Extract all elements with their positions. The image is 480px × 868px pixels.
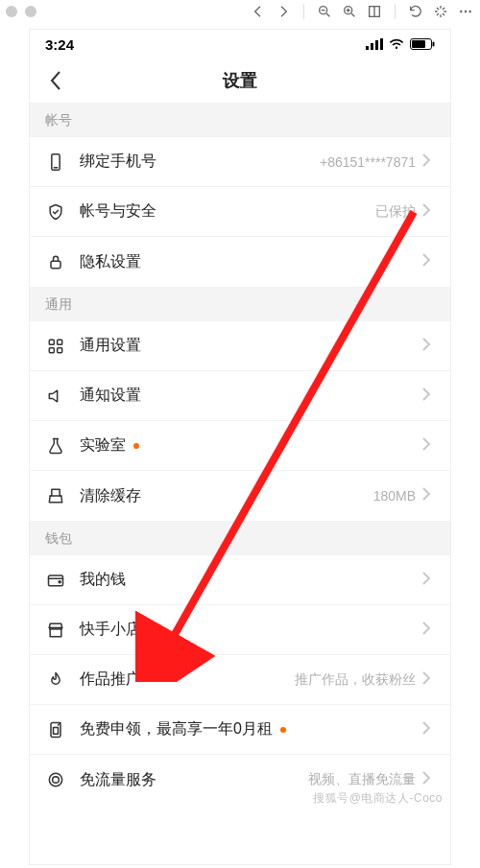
row-label: 免费申领，最高享一年0月租	[80, 719, 273, 739]
svg-rect-16	[58, 347, 62, 352]
row-label: 通用设置	[80, 336, 141, 356]
chevron-right-icon	[421, 252, 435, 271]
data-icon	[45, 769, 66, 790]
row-label: 帐号与安全	[80, 201, 156, 222]
more-icon[interactable]: ⋯	[457, 3, 474, 20]
chevron-right-icon	[421, 387, 435, 406]
settings-row[interactable]: 实验室	[30, 421, 450, 471]
svg-rect-5	[375, 40, 378, 50]
chevron-right-icon	[421, 337, 435, 356]
row-label: 快手小店	[80, 620, 141, 640]
signal-icon	[366, 38, 383, 50]
row-label: 实验室	[80, 435, 126, 456]
section-list: 通用设置通知设置实验室清除缓存180MB	[30, 321, 450, 521]
rotate-icon[interactable]	[407, 3, 424, 20]
settings-row[interactable]: 通知设置	[30, 371, 450, 421]
row-label: 免流量服务	[80, 770, 156, 790]
chevron-right-icon	[421, 571, 435, 590]
section-list: 绑定手机号+86151****7871帐号与安全已保护隐私设置	[30, 137, 450, 287]
phone-frame: 3:24 设置 帐号绑定手机号+86151****7871帐号与安全已保护隐私设…	[29, 29, 451, 865]
settings-list: 帐号绑定手机号+86151****7871帐号与安全已保护隐私设置通用通用设置通…	[30, 103, 450, 805]
grid-icon	[45, 336, 66, 357]
svg-point-18	[59, 580, 60, 582]
dot-badge	[133, 443, 139, 449]
row-label: 作品推广	[80, 669, 141, 690]
shield-icon	[45, 201, 66, 223]
zoom-in-icon[interactable]	[341, 3, 358, 20]
chevron-right-icon	[421, 152, 435, 172]
fit-width-icon[interactable]	[366, 3, 383, 20]
chevron-right-icon	[421, 202, 435, 222]
settings-row[interactable]: 作品推广推广作品，收获粉丝	[30, 655, 450, 705]
svg-rect-8	[412, 40, 425, 48]
settings-row[interactable]: 快手小店	[30, 605, 450, 655]
battery-icon	[410, 38, 435, 50]
svg-rect-14	[58, 340, 62, 344]
nav-bar: 设置	[30, 59, 450, 103]
svg-rect-13	[49, 340, 54, 344]
window-dot-2	[25, 6, 36, 17]
flask-icon	[45, 435, 66, 457]
section-list: 我的钱快手小店作品推广推广作品，收获粉丝免费申领，最高享一年0月租免流量服务视频…	[30, 555, 450, 805]
svg-rect-12	[51, 261, 60, 269]
status-time: 3:24	[45, 36, 74, 53]
lock-icon	[45, 251, 66, 272]
speaker-icon	[45, 386, 66, 407]
svg-rect-15	[49, 347, 54, 352]
svg-rect-6	[380, 38, 383, 50]
svg-rect-20	[54, 727, 59, 734]
window-dot-1	[6, 6, 17, 17]
status-indicators	[366, 38, 435, 50]
row-label: 绑定手机号	[80, 152, 156, 172]
chevron-right-icon	[421, 670, 435, 690]
row-value: 180MB	[373, 488, 416, 504]
chevron-right-icon	[421, 720, 435, 739]
chevron-right-icon	[421, 486, 435, 505]
settings-row[interactable]: 清除缓存180MB	[30, 471, 450, 521]
row-value: +86151****7871	[320, 154, 416, 170]
settings-row[interactable]: 隐私设置	[30, 237, 450, 287]
sim-icon	[45, 719, 66, 740]
phone-icon	[45, 152, 66, 173]
watermark: 搜狐号@电商达人-Coco	[313, 790, 443, 807]
svg-rect-4	[371, 43, 373, 50]
settings-row[interactable]: 绑定手机号+86151****7871	[30, 137, 450, 187]
row-label: 清除缓存	[80, 486, 141, 506]
settings-row[interactable]: 免费申领，最高享一年0月租	[30, 705, 450, 755]
wallet-icon	[45, 570, 66, 591]
settings-row[interactable]: 我的钱	[30, 555, 450, 605]
chevron-right-icon	[421, 770, 435, 789]
row-label: 我的钱	[80, 570, 126, 590]
svg-rect-3	[366, 46, 369, 50]
section-header: 通用	[30, 287, 450, 321]
zoom-out-icon[interactable]	[316, 3, 333, 20]
wifi-icon	[389, 38, 404, 50]
section-header: 帐号	[30, 103, 450, 137]
settings-row[interactable]: 通用设置	[30, 321, 450, 371]
row-label: 通知设置	[80, 386, 141, 406]
row-value: 推广作品，收获粉丝	[295, 671, 416, 689]
flame-icon	[45, 669, 66, 691]
nav-forward-icon[interactable]	[275, 3, 292, 20]
nav-back-icon[interactable]	[250, 3, 267, 20]
row-value: 已保护	[375, 203, 416, 221]
shop-icon	[45, 620, 66, 641]
magic-icon[interactable]	[432, 3, 449, 20]
row-value: 视频、直播免流量	[308, 771, 416, 788]
dot-badge	[280, 727, 286, 733]
page-title: 设置	[30, 69, 450, 92]
broom-icon	[45, 485, 66, 506]
back-button[interactable]	[41, 66, 70, 95]
status-bar: 3:24	[30, 30, 450, 59]
settings-row[interactable]: 帐号与安全已保护	[30, 187, 450, 237]
browser-toolbar: ⋯	[0, 0, 480, 23]
row-label: 隐私设置	[80, 252, 141, 272]
svg-point-21	[49, 773, 61, 786]
chevron-right-icon	[421, 621, 435, 640]
section-header: 钱包	[30, 521, 450, 555]
svg-rect-9	[433, 42, 435, 47]
chevron-right-icon	[421, 436, 435, 456]
